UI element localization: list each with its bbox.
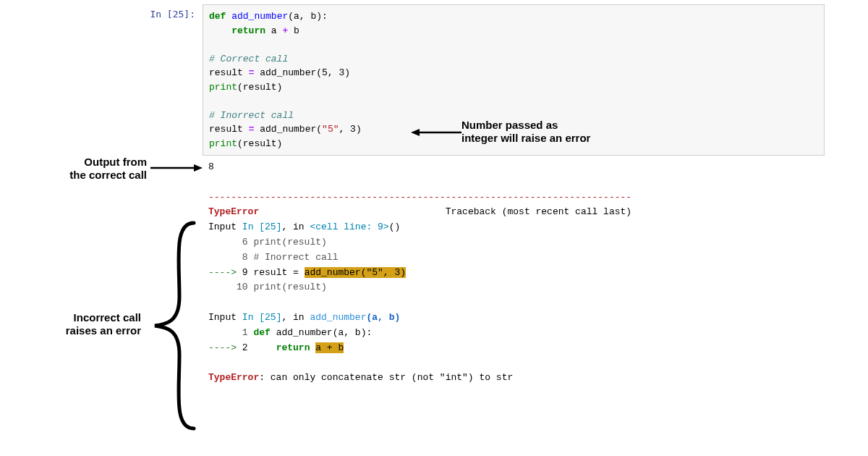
- call2-open: (: [316, 124, 322, 135]
- print2-args: (result): [237, 138, 282, 149]
- brace-icon: [145, 217, 203, 434]
- print1-args: (result): [237, 82, 282, 93]
- annotation-error-line1: Incorrect call: [74, 311, 141, 324]
- eq-op-2: =: [249, 124, 255, 135]
- comment-incorrect: # Inorrect call: [209, 110, 294, 121]
- print1: print: [209, 82, 237, 93]
- annotation-error: Incorrect call raises an error: [29, 311, 141, 337]
- trace1-loc-tail: (): [389, 221, 401, 232]
- line9-pre: result =: [253, 267, 304, 278]
- arrow-right-icon: [411, 127, 461, 138]
- keyword-def: def: [209, 11, 226, 22]
- line6: 6 print(result): [208, 237, 327, 248]
- annotation-right: Number passed as integer will raise an e…: [461, 119, 590, 145]
- annotation-right-line1: Number passed as: [461, 119, 558, 131]
- def-line2-hl: a + b: [315, 342, 344, 353]
- print2: print: [209, 138, 237, 149]
- svg-marker-3: [194, 164, 203, 172]
- traceback-label: Traceback (most recent call last): [446, 206, 631, 217]
- trace2-in: In [25]: [242, 312, 282, 323]
- def-line1-name: add_number(a, b):: [271, 327, 372, 338]
- annotation-right-line2: integer will raise an error: [461, 132, 590, 144]
- func-name: add_number: [231, 11, 288, 22]
- def-line2-num: 2: [237, 342, 276, 353]
- annotation-output-line2: the correct call: [69, 169, 147, 181]
- eq-op: =: [249, 67, 255, 78]
- error-separator: ----------------------------------------…: [208, 192, 631, 203]
- comment-correct: # Correct call: [209, 54, 288, 64]
- line9-num: 9: [237, 267, 253, 278]
- expr-a: a: [271, 25, 277, 36]
- arrow-2: ---->: [208, 342, 237, 353]
- correct-output: 8: [208, 161, 214, 172]
- trace1-loc: <cell line: 9>: [310, 221, 388, 232]
- params: (a, b):: [288, 11, 328, 22]
- trace2-args: (a, b): [366, 312, 400, 323]
- def-line1-def: def: [253, 327, 270, 338]
- svg-marker-1: [411, 129, 420, 136]
- trace1-input: Input: [208, 221, 237, 232]
- assign1: result: [209, 67, 243, 78]
- trace1-tail: , in: [281, 221, 310, 232]
- error-type: TypeError: [208, 206, 259, 217]
- call2-fn: add_number: [260, 124, 316, 135]
- trace1-in: In [25]: [242, 221, 282, 232]
- annotation-output: Output from the correct call: [53, 156, 147, 182]
- line10: 10 print(result): [208, 282, 327, 292]
- output-area: 8 --------------------------------------…: [203, 156, 839, 390]
- plus-op: +: [282, 25, 288, 36]
- call2-str: "5": [322, 124, 339, 135]
- final-error-msg: : can only concatenate str (not "int") t…: [259, 372, 513, 383]
- line9-hl: add_number("5", 3): [305, 267, 406, 278]
- expr-b: b: [294, 25, 299, 36]
- def-line2-return: return: [276, 342, 310, 353]
- annotation-error-line2: raises an error: [66, 324, 141, 337]
- final-error-type: TypeError: [208, 372, 259, 383]
- call1-args: (5, 3): [316, 67, 350, 78]
- annotation-output-line1: Output from: [84, 156, 147, 168]
- input-prompt: In [25]:: [0, 4, 203, 20]
- arrow-9: ---->: [208, 267, 237, 278]
- call2-rest: , 3): [339, 124, 361, 135]
- arrow-output-icon: [150, 162, 203, 174]
- trace2-input: Input: [208, 312, 237, 323]
- keyword-return: return: [231, 25, 265, 36]
- trace2-func: add_number: [310, 312, 366, 323]
- def-line1-num: 1: [208, 327, 253, 338]
- trace2-tail: , in: [281, 312, 310, 323]
- call1-fn: add_number: [260, 67, 316, 78]
- line8: 8 # Inorrect call: [208, 252, 338, 263]
- assign2: result: [209, 124, 243, 135]
